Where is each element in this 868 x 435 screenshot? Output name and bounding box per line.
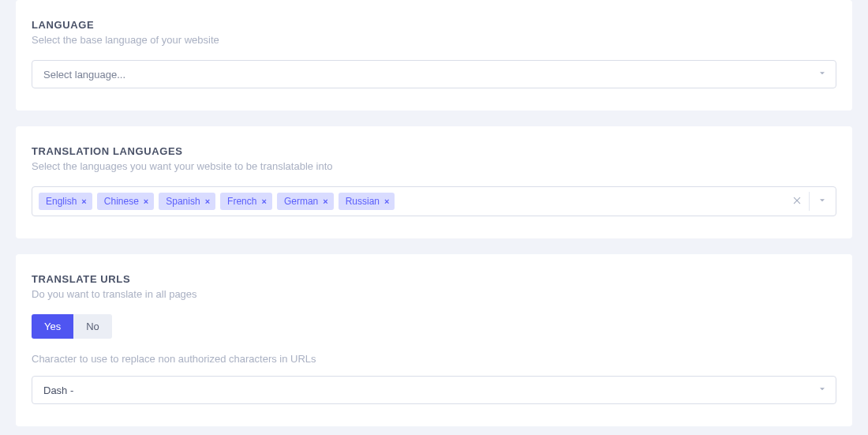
- tag-label: Russian: [346, 196, 380, 207]
- url-char-description: Character to use to replace non authoriz…: [32, 353, 836, 365]
- no-button[interactable]: No: [73, 314, 112, 339]
- remove-tag-icon[interactable]: ×: [261, 197, 266, 206]
- language-title: LANGUAGE: [32, 19, 836, 31]
- language-tag: English×: [39, 193, 92, 210]
- urls-title: TRANSLATE URLS: [32, 273, 836, 285]
- yes-button[interactable]: Yes: [32, 314, 73, 339]
- translation-multi-select[interactable]: English×Chinese×Spanish×French×German×Ru…: [32, 186, 836, 216]
- language-select[interactable]: Select language...: [32, 60, 836, 88]
- url-char-select[interactable]: Dash -: [32, 376, 836, 404]
- remove-tag-icon[interactable]: ×: [205, 197, 210, 206]
- translate-urls-toggle: Yes No: [32, 314, 112, 339]
- tag-label: Chinese: [104, 196, 139, 207]
- urls-section: TRANSLATE URLS Do you want to translate …: [16, 254, 852, 426]
- language-tag: French×: [220, 193, 272, 210]
- tag-label: French: [227, 196, 256, 207]
- language-section: LANGUAGE Select the base language of you…: [16, 0, 852, 111]
- tag-label: Spanish: [166, 196, 200, 207]
- remove-tag-icon[interactable]: ×: [323, 197, 327, 206]
- language-tag: Chinese×: [97, 193, 154, 210]
- language-tag: Russian×: [339, 193, 395, 210]
- clear-all-icon[interactable]: [789, 191, 805, 212]
- translation-description: Select the languages you want your websi…: [32, 160, 836, 172]
- language-select-placeholder: Select language...: [43, 69, 125, 81]
- select-divider: [809, 192, 810, 211]
- tag-label: German: [284, 196, 318, 207]
- tag-label: English: [46, 196, 77, 207]
- language-tag: Spanish×: [159, 193, 215, 210]
- language-tag: German×: [277, 193, 334, 210]
- remove-tag-icon[interactable]: ×: [81, 197, 86, 206]
- translation-title: TRANSLATION LANGUAGES: [32, 145, 836, 157]
- url-char-value: Dash -: [43, 384, 73, 396]
- remove-tag-icon[interactable]: ×: [384, 197, 389, 206]
- urls-description: Do you want to translate in all pages: [32, 288, 836, 300]
- translation-tags: English×Chinese×Spanish×French×German×Ru…: [37, 189, 788, 214]
- remove-tag-icon[interactable]: ×: [144, 197, 148, 206]
- translation-section: TRANSLATION LANGUAGES Select the languag…: [16, 126, 852, 238]
- language-description: Select the base language of your website: [32, 34, 836, 46]
